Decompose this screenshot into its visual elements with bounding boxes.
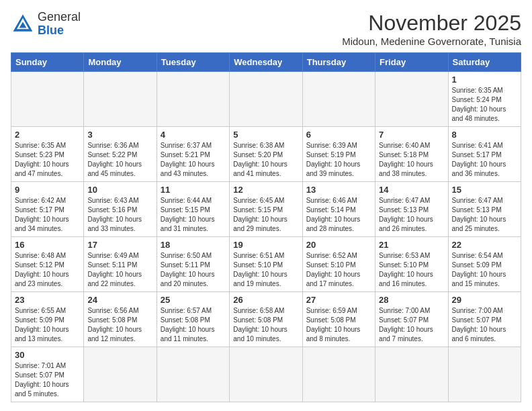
day-info: Sunrise: 6:44 AM Sunset: 5:15 PM Dayligh… [161, 196, 226, 234]
calendar-cell: 2Sunrise: 6:35 AM Sunset: 5:23 PM Daylig… [11, 127, 84, 182]
day-number: 30 [15, 350, 80, 360]
day-number: 11 [161, 185, 226, 195]
calendar-cell [84, 72, 157, 127]
week-row-1: 1Sunrise: 6:35 AM Sunset: 5:24 PM Daylig… [11, 72, 521, 127]
calendar-cell [302, 72, 375, 127]
calendar-cell: 24Sunrise: 6:56 AM Sunset: 5:08 PM Dayli… [84, 292, 157, 347]
day-header-friday: Friday [375, 53, 448, 72]
day-number: 12 [233, 185, 298, 195]
day-number: 4 [161, 130, 226, 140]
day-info: Sunrise: 6:49 AM Sunset: 5:11 PM Dayligh… [87, 251, 152, 289]
calendar-cell: 10Sunrise: 6:43 AM Sunset: 5:16 PM Dayli… [84, 182, 157, 237]
day-info: Sunrise: 6:35 AM Sunset: 5:24 PM Dayligh… [452, 86, 517, 124]
day-number: 27 [306, 295, 371, 305]
calendar-cell: 4Sunrise: 6:37 AM Sunset: 5:21 PM Daylig… [157, 127, 229, 182]
day-header-monday: Monday [84, 53, 157, 72]
calendar-cell: 13Sunrise: 6:46 AM Sunset: 5:14 PM Dayli… [302, 182, 375, 237]
day-number: 1 [452, 75, 517, 85]
calendar-cell [375, 347, 448, 402]
day-info: Sunrise: 7:00 AM Sunset: 5:07 PM Dayligh… [452, 306, 517, 344]
day-number: 25 [161, 295, 226, 305]
month-year: November 2025 [342, 11, 521, 36]
calendar-cell: 21Sunrise: 6:53 AM Sunset: 5:10 PM Dayli… [375, 237, 448, 292]
logo: General Blue [11, 11, 81, 38]
calendar-cell: 18Sunrise: 6:50 AM Sunset: 5:11 PM Dayli… [157, 237, 229, 292]
calendar-cell: 15Sunrise: 6:47 AM Sunset: 5:13 PM Dayli… [448, 182, 521, 237]
day-number: 23 [15, 295, 80, 305]
day-info: Sunrise: 6:58 AM Sunset: 5:08 PM Dayligh… [233, 306, 298, 344]
day-info: Sunrise: 6:56 AM Sunset: 5:08 PM Dayligh… [87, 306, 152, 344]
calendar-cell [230, 72, 302, 127]
day-info: Sunrise: 6:57 AM Sunset: 5:08 PM Dayligh… [161, 306, 226, 344]
logo-icon [11, 12, 35, 36]
day-number: 16 [15, 240, 80, 250]
day-info: Sunrise: 7:01 AM Sunset: 5:07 PM Dayligh… [15, 361, 80, 399]
logo-text: General Blue [38, 11, 81, 38]
day-info: Sunrise: 6:53 AM Sunset: 5:10 PM Dayligh… [379, 251, 444, 289]
day-header-tuesday: Tuesday [157, 53, 229, 72]
calendar-cell [302, 347, 375, 402]
day-info: Sunrise: 7:00 AM Sunset: 5:07 PM Dayligh… [379, 306, 444, 344]
day-info: Sunrise: 6:45 AM Sunset: 5:15 PM Dayligh… [233, 196, 298, 234]
day-info: Sunrise: 6:42 AM Sunset: 5:17 PM Dayligh… [15, 196, 80, 234]
day-number: 10 [87, 185, 152, 195]
day-number: 15 [452, 185, 517, 195]
calendar-cell: 27Sunrise: 6:59 AM Sunset: 5:08 PM Dayli… [302, 292, 375, 347]
day-info: Sunrise: 6:41 AM Sunset: 5:17 PM Dayligh… [452, 141, 517, 179]
week-row-6: 30Sunrise: 7:01 AM Sunset: 5:07 PM Dayli… [11, 347, 521, 402]
week-row-4: 16Sunrise: 6:48 AM Sunset: 5:12 PM Dayli… [11, 237, 521, 292]
calendar-cell [11, 72, 84, 127]
day-info: Sunrise: 6:54 AM Sunset: 5:09 PM Dayligh… [452, 251, 517, 289]
day-number: 8 [452, 130, 517, 140]
day-header-sunday: Sunday [11, 53, 84, 72]
calendar-cell: 14Sunrise: 6:47 AM Sunset: 5:13 PM Dayli… [375, 182, 448, 237]
day-number: 3 [87, 130, 152, 140]
day-info: Sunrise: 6:51 AM Sunset: 5:10 PM Dayligh… [233, 251, 298, 289]
calendar-cell: 19Sunrise: 6:51 AM Sunset: 5:10 PM Dayli… [230, 237, 302, 292]
day-header-saturday: Saturday [448, 53, 521, 72]
week-row-5: 23Sunrise: 6:55 AM Sunset: 5:09 PM Dayli… [11, 292, 521, 347]
day-number: 17 [87, 240, 152, 250]
day-number: 14 [379, 185, 444, 195]
day-info: Sunrise: 6:55 AM Sunset: 5:09 PM Dayligh… [15, 306, 80, 344]
day-header-wednesday: Wednesday [230, 53, 302, 72]
day-number: 21 [379, 240, 444, 250]
calendar-cell [230, 347, 302, 402]
day-number: 2 [15, 130, 80, 140]
week-row-2: 2Sunrise: 6:35 AM Sunset: 5:23 PM Daylig… [11, 127, 521, 182]
day-info: Sunrise: 6:35 AM Sunset: 5:23 PM Dayligh… [15, 141, 80, 179]
day-info: Sunrise: 6:36 AM Sunset: 5:22 PM Dayligh… [87, 141, 152, 179]
day-info: Sunrise: 6:43 AM Sunset: 5:16 PM Dayligh… [87, 196, 152, 234]
day-info: Sunrise: 6:40 AM Sunset: 5:18 PM Dayligh… [379, 141, 444, 179]
calendar: SundayMondayTuesdayWednesdayThursdayFrid… [11, 52, 521, 402]
calendar-cell: 17Sunrise: 6:49 AM Sunset: 5:11 PM Dayli… [84, 237, 157, 292]
day-number: 7 [379, 130, 444, 140]
calendar-cell: 26Sunrise: 6:58 AM Sunset: 5:08 PM Dayli… [230, 292, 302, 347]
calendar-cell [448, 347, 521, 402]
day-info: Sunrise: 6:59 AM Sunset: 5:08 PM Dayligh… [306, 306, 371, 344]
calendar-header-row: SundayMondayTuesdayWednesdayThursdayFrid… [11, 53, 521, 72]
day-number: 26 [233, 295, 298, 305]
calendar-cell: 20Sunrise: 6:52 AM Sunset: 5:10 PM Dayli… [302, 237, 375, 292]
day-number: 19 [233, 240, 298, 250]
day-number: 20 [306, 240, 371, 250]
day-number: 24 [87, 295, 152, 305]
calendar-cell: 29Sunrise: 7:00 AM Sunset: 5:07 PM Dayli… [448, 292, 521, 347]
day-header-thursday: Thursday [302, 53, 375, 72]
calendar-cell: 3Sunrise: 6:36 AM Sunset: 5:22 PM Daylig… [84, 127, 157, 182]
calendar-cell: 28Sunrise: 7:00 AM Sunset: 5:07 PM Dayli… [375, 292, 448, 347]
day-number: 6 [306, 130, 371, 140]
day-number: 13 [306, 185, 371, 195]
calendar-cell: 5Sunrise: 6:38 AM Sunset: 5:20 PM Daylig… [230, 127, 302, 182]
calendar-cell [157, 72, 229, 127]
location: Midoun, Medenine Governorate, Tunisia [342, 36, 521, 47]
calendar-cell: 16Sunrise: 6:48 AM Sunset: 5:12 PM Dayli… [11, 237, 84, 292]
calendar-cell: 6Sunrise: 6:39 AM Sunset: 5:19 PM Daylig… [302, 127, 375, 182]
day-number: 9 [15, 185, 80, 195]
calendar-cell: 22Sunrise: 6:54 AM Sunset: 5:09 PM Dayli… [448, 237, 521, 292]
title-block: November 2025 Midoun, Medenine Governora… [342, 11, 521, 47]
day-info: Sunrise: 6:39 AM Sunset: 5:19 PM Dayligh… [306, 141, 371, 179]
day-number: 28 [379, 295, 444, 305]
day-number: 18 [161, 240, 226, 250]
calendar-cell [84, 347, 157, 402]
